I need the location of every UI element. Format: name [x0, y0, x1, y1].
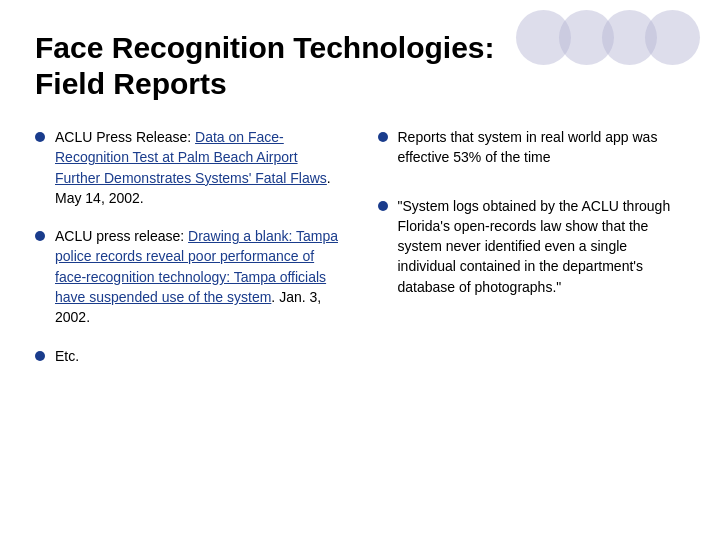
- right-bullet-text-1: Reports that system in real world app wa…: [398, 127, 686, 168]
- bullet-text-3: Etc.: [55, 346, 79, 366]
- list-item: Etc.: [35, 346, 343, 366]
- bullet-text-1: ACLU Press Release: Data on Face-Recogni…: [55, 127, 343, 208]
- slide: Face Recognition Technologies: Field Rep…: [0, 0, 720, 540]
- link-2[interactable]: Drawing a blank: Tampa police records re…: [55, 228, 338, 305]
- page-title: Face Recognition Technologies: Field Rep…: [35, 30, 505, 102]
- right-bullet-text-2: "System logs obtained by the ACLU throug…: [398, 196, 686, 297]
- decorative-circles: [528, 10, 700, 65]
- bullet-icon: [378, 132, 388, 142]
- list-item: ACLU Press Release: Data on Face-Recogni…: [35, 127, 343, 208]
- link-1[interactable]: Data on Face-Recognition Test at Palm Be…: [55, 129, 327, 186]
- left-column: ACLU Press Release: Data on Face-Recogni…: [35, 127, 353, 384]
- circle-4: [645, 10, 700, 65]
- list-item: "System logs obtained by the ACLU throug…: [378, 196, 686, 297]
- bullet-icon: [378, 201, 388, 211]
- list-item: ACLU press release: Drawing a blank: Tam…: [35, 226, 343, 327]
- bullet-icon: [35, 231, 45, 241]
- bullet-icon: [35, 132, 45, 142]
- bullet-text-2: ACLU press release: Drawing a blank: Tam…: [55, 226, 343, 327]
- content-columns: ACLU Press Release: Data on Face-Recogni…: [35, 127, 685, 384]
- right-column: Reports that system in real world app wa…: [373, 127, 686, 384]
- bullet-icon: [35, 351, 45, 361]
- list-item: Reports that system in real world app wa…: [378, 127, 686, 168]
